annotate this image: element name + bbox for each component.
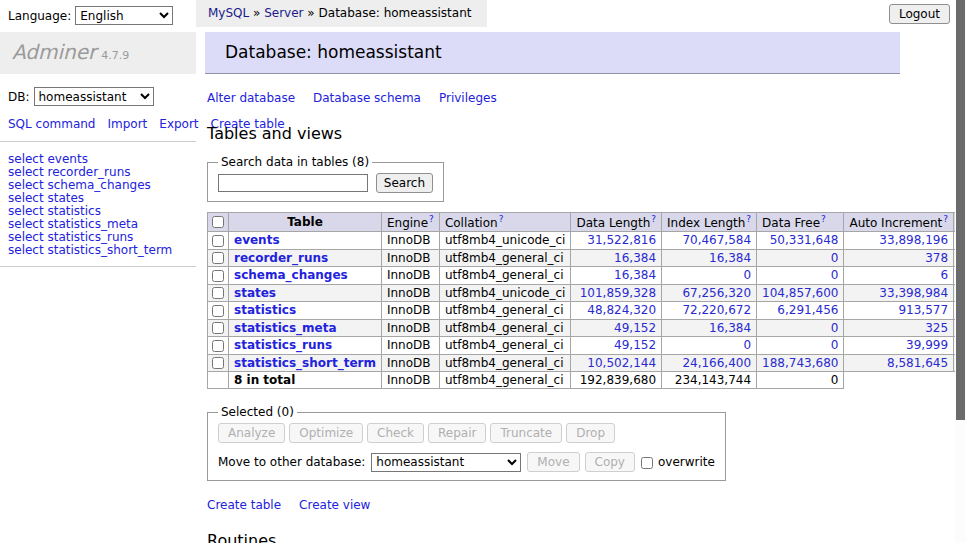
table-name-link[interactable]: events bbox=[234, 233, 280, 247]
total-engine-cell: InnoDB bbox=[381, 372, 439, 389]
table-name-link[interactable]: statistics_meta bbox=[234, 321, 337, 335]
sidebar-table-links: select eventsselect recorder_runsselect … bbox=[0, 151, 196, 257]
move-label: Move to other database: bbox=[218, 455, 365, 469]
sidebar-select-link[interactable]: select statistics bbox=[8, 204, 101, 218]
collation-cell: utf8mb4_general_ci bbox=[439, 249, 571, 267]
row-checkbox[interactable] bbox=[212, 270, 224, 282]
search-legend: Search data in tables (8) bbox=[218, 155, 372, 169]
search-fieldset: Search data in tables (8) Search bbox=[207, 155, 444, 202]
sidebar-select-link[interactable]: select schema_changes bbox=[8, 178, 151, 192]
move-button[interactable]: Move bbox=[527, 452, 579, 472]
help-link[interactable]: ? bbox=[746, 214, 751, 224]
engine-cell: InnoDB bbox=[381, 302, 439, 320]
index-length-cell: 67,256,320 bbox=[662, 284, 757, 302]
data-free-cell: 188,743,680 bbox=[757, 354, 844, 372]
sidebar-action-sql-command[interactable]: SQL command bbox=[8, 117, 95, 131]
collation-cell: utf8mb4_general_ci bbox=[439, 302, 571, 320]
table-row: statesInnoDButf8mb4_unicode_ci101,859,32… bbox=[208, 284, 966, 302]
selected-fieldset: Selected (0) AnalyzeOptimizeCheckRepairT… bbox=[207, 405, 726, 481]
sidebar-select-link[interactable]: select statistics_short_term bbox=[8, 243, 172, 257]
database-links: Alter databaseDatabase schemaPrivileges bbox=[207, 91, 966, 105]
table-search-input[interactable] bbox=[218, 174, 368, 192]
breadcrumb-link-mysql[interactable]: MySQL bbox=[208, 6, 249, 20]
data-free-cell: 104,857,600 bbox=[757, 284, 844, 302]
auto-increment-cell: 33,898,196 bbox=[844, 232, 954, 250]
app-name[interactable]: Adminer bbox=[12, 40, 96, 64]
breadcrumb-current: Database: homeassistant bbox=[319, 6, 472, 20]
help-link[interactable]: ? bbox=[943, 214, 948, 224]
help-link[interactable]: ? bbox=[821, 214, 826, 224]
help-link[interactable]: ? bbox=[429, 214, 434, 224]
data-free-cell: 0 bbox=[757, 337, 844, 355]
table-name-link[interactable]: recorder_runs bbox=[234, 251, 328, 265]
data-free-cell: 0 bbox=[757, 319, 844, 337]
db-select[interactable]: homeassistant bbox=[34, 87, 154, 106]
table-row: statistics_runsInnoDButf8mb4_general_ci4… bbox=[208, 337, 966, 355]
db-link-alter-database[interactable]: Alter database bbox=[207, 91, 295, 105]
sidebar-select-link[interactable]: select events bbox=[8, 152, 88, 166]
tables-heading: Tables and views bbox=[207, 124, 966, 143]
repair-button[interactable]: Repair bbox=[428, 423, 486, 443]
row-checkbox[interactable] bbox=[212, 340, 224, 352]
column-header-index-length: Index Length? bbox=[662, 213, 757, 232]
language-select[interactable]: English bbox=[75, 6, 173, 25]
row-checkbox[interactable] bbox=[212, 305, 224, 317]
total-data-length-cell: 192,839,680 bbox=[571, 372, 662, 389]
breadcrumb-link-server[interactable]: Server bbox=[264, 6, 303, 20]
table-name-link[interactable]: states bbox=[234, 286, 276, 300]
table-name-link[interactable]: statistics_short_term bbox=[234, 356, 376, 370]
logout-button[interactable]: Logout bbox=[889, 4, 950, 24]
drop-button[interactable]: Drop bbox=[566, 423, 615, 443]
search-button[interactable]: Search bbox=[376, 173, 433, 193]
page-body: Alter databaseDatabase schemaPrivileges … bbox=[196, 91, 966, 543]
create-table-link[interactable]: Create table bbox=[207, 498, 281, 512]
row-checkbox[interactable] bbox=[212, 357, 224, 369]
db-link-database-schema[interactable]: Database schema bbox=[313, 91, 421, 105]
data-free-cell: 6,291,456 bbox=[757, 302, 844, 320]
total-collation-cell: utf8mb4_general_ci bbox=[439, 372, 571, 389]
db-link-privileges[interactable]: Privileges bbox=[439, 91, 497, 105]
sidebar-action-import[interactable]: Import bbox=[107, 117, 147, 131]
truncate-button[interactable]: Truncate bbox=[490, 423, 562, 443]
create-view-link[interactable]: Create view bbox=[299, 498, 370, 512]
sidebar-action-export[interactable]: Export bbox=[159, 117, 198, 131]
index-length-cell: 0 bbox=[662, 267, 757, 285]
table-name-link[interactable]: statistics bbox=[234, 303, 296, 317]
overwrite-checkbox[interactable] bbox=[641, 457, 653, 469]
optimize-button[interactable]: Optimize bbox=[289, 423, 363, 443]
row-checkbox[interactable] bbox=[212, 322, 224, 334]
sidebar-select-link[interactable]: select statistics_meta bbox=[8, 217, 138, 231]
engine-cell: InnoDB bbox=[381, 284, 439, 302]
sidebar-select-link[interactable]: select statistics_runs bbox=[8, 230, 133, 244]
data-length-cell: 49,152 bbox=[571, 319, 662, 337]
move-database-select[interactable]: homeassistant bbox=[371, 453, 521, 472]
breadcrumb-separator: » bbox=[304, 6, 319, 20]
select-all-checkbox[interactable] bbox=[212, 216, 224, 228]
table-name-link[interactable]: statistics_runs bbox=[234, 338, 332, 352]
data-length-cell: 16,384 bbox=[571, 267, 662, 285]
sidebar-table-row: select statistics_short_term bbox=[8, 244, 188, 257]
sidebar-select-link[interactable]: select recorder_runs bbox=[8, 165, 131, 179]
table-name-link[interactable]: schema_changes bbox=[234, 268, 348, 282]
engine-cell: InnoDB bbox=[381, 354, 439, 372]
data-length-cell: 10,502,144 bbox=[571, 354, 662, 372]
column-header-auto-increment: Auto Increment? bbox=[844, 213, 954, 232]
selected-legend: Selected (0) bbox=[218, 405, 297, 419]
copy-button[interactable]: Copy bbox=[585, 452, 635, 472]
overwrite-label: overwrite bbox=[658, 455, 715, 469]
help-link[interactable]: ? bbox=[651, 214, 656, 224]
breadcrumb-separator: » bbox=[249, 6, 264, 20]
row-checkbox[interactable] bbox=[212, 287, 224, 299]
help-link[interactable]: ? bbox=[499, 214, 504, 224]
column-header-data-free: Data Free? bbox=[757, 213, 844, 232]
check-button[interactable]: Check bbox=[367, 423, 424, 443]
scrollbar-thumb[interactable] bbox=[956, 0, 965, 420]
column-header-data-length: Data Length? bbox=[571, 213, 662, 232]
vertical-scrollbar[interactable] bbox=[955, 0, 966, 543]
row-checkbox[interactable] bbox=[212, 235, 224, 247]
sidebar-divider-bottom bbox=[0, 266, 196, 267]
sidebar-select-link[interactable]: select states bbox=[8, 191, 84, 205]
table-header-row: TableEngine?Collation?Data Length?Index … bbox=[208, 213, 966, 232]
row-checkbox[interactable] bbox=[212, 252, 224, 264]
analyze-button[interactable]: Analyze bbox=[218, 423, 285, 443]
